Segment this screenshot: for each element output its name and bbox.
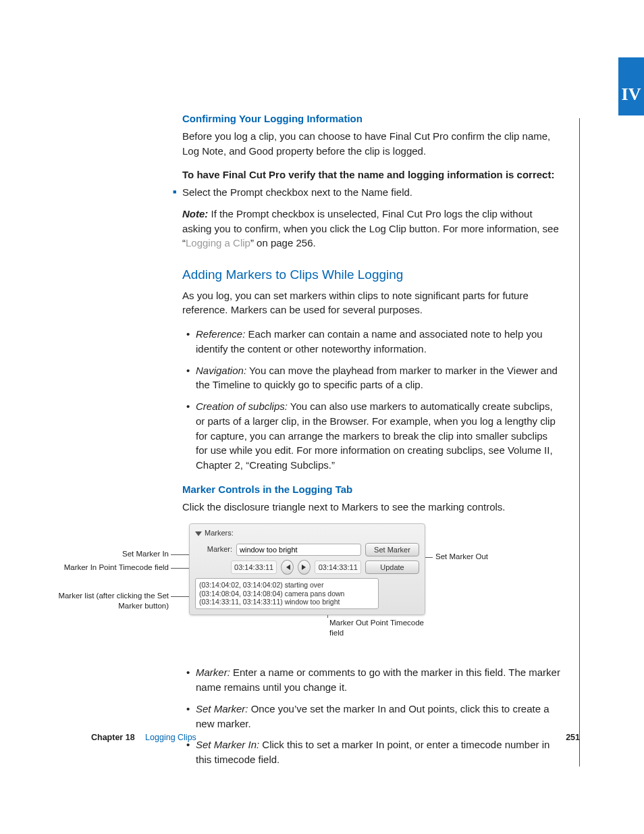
chapter-title: Logging Clips — [145, 733, 196, 742]
panel-title: Markers: — [205, 528, 234, 539]
callout-out-point: Marker Out Point Timecode field — [329, 618, 431, 637]
bullet-lead: Set Marker: — [196, 703, 248, 714]
disclosure-triangle-icon[interactable] — [195, 531, 202, 536]
step-select-prompt: Select the Prompt checkbox next to the N… — [182, 185, 560, 200]
update-button[interactable]: Update — [365, 561, 419, 574]
page-number: 251 — [566, 731, 580, 744]
chapter-label: Chapter 18 — [91, 733, 135, 742]
margin-rule — [579, 118, 580, 766]
callout-set-marker-in: Set Marker In — [71, 549, 169, 558]
heading-confirm-logging: Confirming Your Logging Information — [182, 111, 560, 126]
part-tab: IV — [618, 57, 644, 115]
marker-list-box[interactable]: (03:14:04:02, 03:14:04:02) starting over… — [195, 578, 379, 609]
link-logging-a-clip[interactable]: Logging a Clip — [186, 237, 250, 249]
set-marker-out-button[interactable] — [298, 560, 311, 575]
list-item: Creation of subclips: You can also use m… — [196, 399, 560, 473]
callout-in-tc-field: Marker In Point Timecode field — [57, 563, 169, 572]
control-list: Marker: Enter a name or comments to go w… — [182, 665, 560, 767]
bullet-text: Enter a name or comments to go with the … — [196, 667, 560, 693]
list-item: Reference: Each marker can contain a nam… — [196, 327, 560, 357]
list-item: (03:14:04:02, 03:14:04:02) starting over — [199, 581, 375, 590]
list-item: Set Marker: Once you’ve set the marker I… — [196, 702, 560, 731]
heading-marker-controls: Marker Controls in the Logging Tab — [182, 482, 560, 497]
figure-marker-controls: Set Marker In Marker In Point Timecode f… — [78, 523, 564, 652]
set-marker-button[interactable]: Set Marker — [365, 543, 419, 556]
bullet-lead: Navigation: — [196, 365, 246, 376]
note-body-b: ” on page 256. — [250, 237, 316, 249]
main-content: Confirming Your Logging Information Befo… — [182, 111, 560, 777]
paragraph-confirm: Before you log a clip, you can choose to… — [182, 129, 560, 159]
note-label: Note: — [182, 208, 208, 219]
paragraph-marker-controls: Click the disclosure triangle next to Ma… — [182, 500, 560, 515]
purpose-list: Reference: Each marker can contain a nam… — [182, 327, 560, 473]
bullet-lead: Marker: — [196, 667, 230, 678]
list-item: (03:14:08:04, 03:14:08:04) camera pans d… — [199, 590, 375, 598]
set-marker-in-button[interactable] — [281, 560, 294, 575]
paragraph-adding: As you log, you can set markers within c… — [182, 288, 560, 318]
bullet-text: Once you’ve set the marker In and Out po… — [196, 703, 549, 729]
paragraph-verify-bold: To have Final Cut Pro verify that the na… — [182, 167, 560, 182]
marker-out-timecode-field[interactable]: 03:14:33:11 — [315, 561, 361, 574]
marker-out-icon — [301, 564, 308, 571]
page-footer: Chapter 18 Logging Clips 251 — [91, 731, 580, 744]
marker-in-timecode-field[interactable]: 03:14:33:11 — [231, 561, 277, 574]
note-block: Note: If the Prompt checkbox is unselect… — [182, 207, 560, 251]
bullet-text: Each marker can contain a name and assoc… — [196, 328, 543, 355]
marker-in-icon — [284, 564, 291, 571]
callout-set-marker-out: Set Marker Out — [435, 552, 530, 561]
marker-label: Marker: — [195, 544, 232, 555]
list-item: (03:14:33:11, 03:14:33:11) window too br… — [199, 598, 375, 606]
list-item: Navigation: You can move the playhead fr… — [196, 363, 560, 393]
marker-name-input[interactable] — [236, 544, 361, 556]
bullet-text: You can move the playhead from marker to… — [196, 365, 558, 391]
markers-panel: Markers: Marker: Set Marker 03:14:33:11 — [189, 523, 425, 615]
heading-adding-markers: Adding Markers to Clips While Logging — [182, 265, 560, 284]
list-item: Marker: Enter a name or comments to go w… — [196, 665, 560, 695]
bullet-lead: Reference: — [196, 328, 245, 340]
part-tab-label: IV — [622, 82, 641, 107]
bullet-lead: Creation of subclips: — [196, 400, 288, 412]
callout-marker-list: Marker list (after clicking the Set Mark… — [57, 591, 169, 610]
